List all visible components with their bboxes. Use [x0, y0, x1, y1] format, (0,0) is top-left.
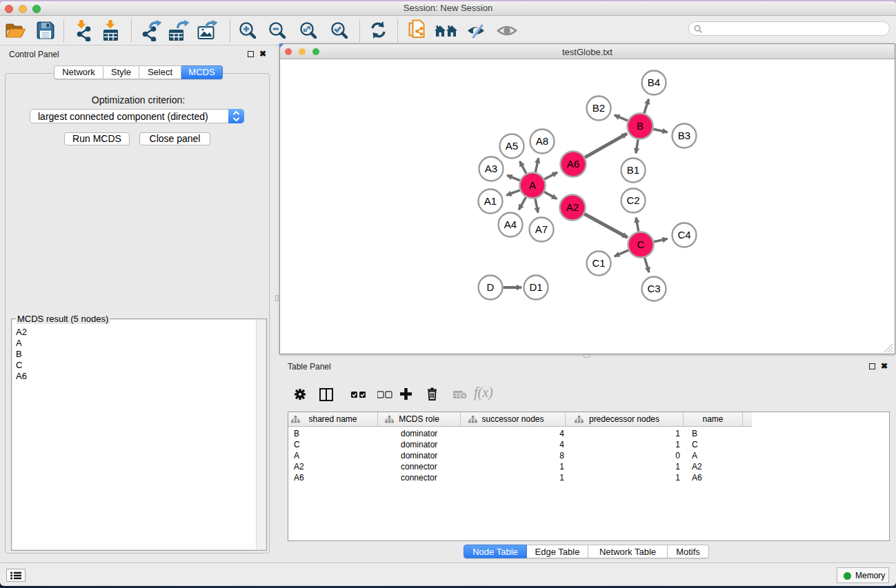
svg-text:A3: A3 [485, 163, 497, 174]
svg-text:C4: C4 [677, 229, 690, 241]
svg-text:A8: A8 [536, 135, 548, 147]
svg-text:A6: A6 [567, 158, 579, 170]
svg-text:A7: A7 [535, 223, 548, 235]
svg-text:D: D [487, 281, 495, 293]
svg-text:D1: D1 [529, 281, 542, 293]
svg-text:B: B [637, 120, 644, 132]
svg-text:B4: B4 [648, 77, 660, 88]
svg-text:C1: C1 [592, 257, 605, 269]
svg-text:A5: A5 [506, 140, 518, 152]
svg-text:B1: B1 [627, 164, 639, 176]
svg-text:A4: A4 [504, 219, 517, 230]
svg-text:C: C [637, 239, 645, 250]
svg-text:C2: C2 [626, 194, 639, 206]
svg-text:C3: C3 [647, 283, 660, 294]
svg-text:B2: B2 [593, 102, 605, 114]
svg-text:A1: A1 [484, 195, 497, 207]
svg-text:B3: B3 [678, 130, 690, 141]
svg-text:A2: A2 [566, 201, 579, 213]
svg-text:A: A [529, 179, 536, 191]
